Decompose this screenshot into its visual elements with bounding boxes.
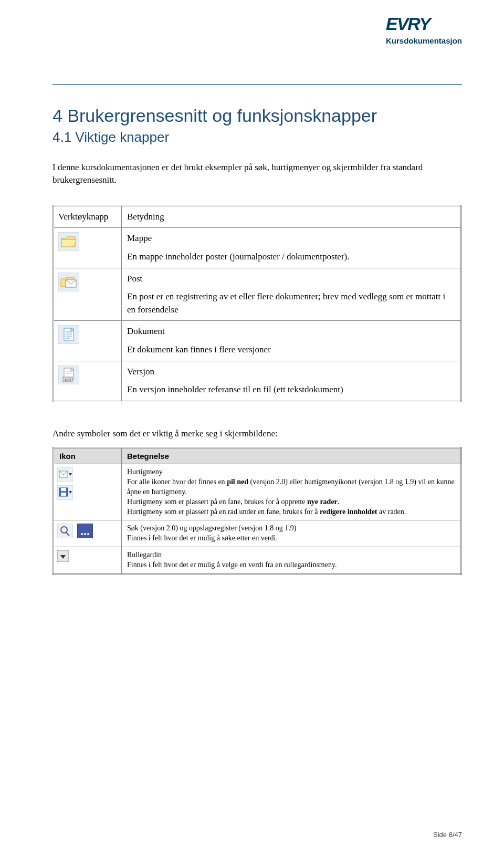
dropdown-icon bbox=[57, 550, 69, 562]
designation-cell: RullegardinFinnes i felt hvor det er mul… bbox=[122, 547, 461, 574]
table-row: VER Versjon En versjon inneholder refera… bbox=[54, 361, 461, 401]
heading-2: 4.1 Viktige knapper bbox=[52, 129, 462, 145]
logo: EVRY bbox=[386, 16, 462, 32]
icon-cell bbox=[54, 464, 122, 520]
svg-point-25 bbox=[81, 533, 83, 535]
document-icon bbox=[58, 325, 79, 344]
meaning-cell: Versjon En versjon inneholder referanse … bbox=[122, 361, 461, 401]
icon-cell bbox=[54, 268, 122, 321]
symbols-table: Ikon Betegnelse HurtigmenyFor alle ikone… bbox=[52, 447, 462, 575]
svg-text:VER: VER bbox=[65, 378, 71, 381]
icon-cell bbox=[54, 547, 122, 574]
ellipsis-icon bbox=[77, 524, 93, 538]
designation-cell: HurtigmenyFor alle ikoner hvor det finne… bbox=[122, 464, 461, 520]
description: En mappe inneholder poster (journalposte… bbox=[127, 250, 455, 264]
designation-cell: Søk (versjon 2.0) og oppslagsregister (v… bbox=[122, 520, 461, 547]
col-header-icon: Verktøyknapp bbox=[54, 205, 122, 228]
icon-cell bbox=[54, 520, 122, 547]
description: Et dokument kan finnes i flere versjoner bbox=[127, 343, 455, 357]
table-row: Søk (versjon 2.0) og oppslagsregister (v… bbox=[54, 520, 461, 547]
col-header-designation: Betegnelse bbox=[122, 448, 461, 464]
term: Post bbox=[127, 273, 455, 286]
table-header-row: Verktøyknapp Betydning bbox=[54, 205, 461, 228]
svg-rect-24 bbox=[77, 524, 93, 538]
icon-cell: VER bbox=[54, 361, 122, 401]
svg-rect-20 bbox=[61, 493, 66, 496]
table-header-row: Ikon Betegnelse bbox=[54, 448, 461, 464]
subheading: Andre symboler som det er viktig å merke… bbox=[52, 428, 462, 439]
svg-point-26 bbox=[84, 533, 86, 535]
page-header: EVRY Kursdokumentasjon bbox=[386, 16, 462, 45]
post-icon bbox=[58, 273, 79, 291]
disk-dropdown-icon bbox=[57, 485, 73, 500]
col-header-meaning: Betydning bbox=[122, 205, 461, 228]
term: Mappe bbox=[127, 232, 455, 245]
meaning-cell: Dokument Et dokument kan finnes i flere … bbox=[122, 321, 461, 361]
toolbar-table: Verktøyknapp Betydning Mappe En mappe in… bbox=[52, 205, 462, 402]
svg-rect-21 bbox=[57, 524, 73, 538]
folder-icon bbox=[58, 232, 79, 251]
intro-paragraph: I denne kursdokumentasjonen er det brukt… bbox=[52, 161, 462, 186]
header-rule bbox=[52, 84, 462, 85]
mail-dropdown-icon bbox=[57, 467, 73, 482]
version-icon: VER bbox=[58, 365, 79, 384]
svg-rect-19 bbox=[61, 488, 66, 491]
meaning-cell: Mappe En mappe inneholder poster (journa… bbox=[122, 228, 461, 268]
meaning-cell: Post En post er en registrering av et el… bbox=[122, 268, 461, 321]
table-row: RullegardinFinnes i felt hvor det er mul… bbox=[54, 547, 461, 574]
description: En post er en registrering av et eller f… bbox=[127, 290, 455, 316]
table-row: Post En post er en registrering av et el… bbox=[54, 268, 461, 321]
term: Versjon bbox=[127, 365, 455, 379]
icon-cell bbox=[54, 321, 122, 361]
description: En versjon inneholder referanse til en f… bbox=[127, 383, 455, 396]
table-row: Dokument Et dokument kan finnes i flere … bbox=[54, 321, 461, 361]
search-icon bbox=[57, 524, 73, 538]
term: Dokument bbox=[127, 325, 455, 338]
icon-cell bbox=[54, 228, 122, 268]
table-row: HurtigmenyFor alle ikoner hvor det finne… bbox=[54, 464, 461, 520]
table-row: Mappe En mappe inneholder poster (journa… bbox=[54, 228, 461, 268]
logo-subtitle: Kursdokumentasjon bbox=[386, 36, 462, 45]
svg-point-27 bbox=[87, 533, 89, 535]
col-header-icon: Ikon bbox=[54, 448, 122, 464]
heading-1: 4 Brukergrensesnitt og funksjonsknapper bbox=[52, 106, 462, 126]
page-footer: Side 8/47 bbox=[433, 831, 462, 839]
